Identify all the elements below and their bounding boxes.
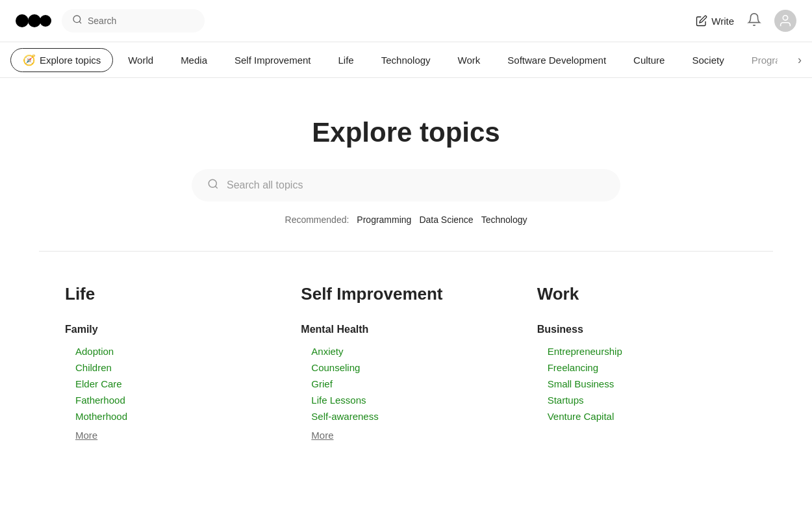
topic-motherhood[interactable]: Motherhood <box>65 408 275 424</box>
topic-fatherhood[interactable]: Fatherhood <box>65 392 275 408</box>
nav-life[interactable]: Life <box>326 49 366 72</box>
avatar[interactable] <box>774 10 796 32</box>
svg-line-7 <box>215 186 217 188</box>
life-more-link[interactable]: More <box>65 424 97 443</box>
write-button[interactable]: Write <box>696 15 734 27</box>
nav-programming[interactable]: Programming <box>739 49 778 72</box>
topics-grid: Life Family Adoption Children Elder Care… <box>0 252 812 489</box>
topic-adoption[interactable]: Adoption <box>65 343 275 359</box>
header: Write <box>0 0 812 42</box>
life-column: Life Family Adoption Children Elder Care… <box>52 284 288 456</box>
self-improvement-more-link[interactable]: More <box>301 424 333 443</box>
topic-search-input[interactable] <box>227 179 605 191</box>
hero-section: Explore topics Recommended: Programming … <box>0 78 812 251</box>
nav-self-improvement[interactable]: Self Improvement <box>222 49 324 72</box>
topic-entrepreneurship[interactable]: Entrepreneurship <box>537 343 747 359</box>
mental-health-heading: Mental Health <box>301 324 511 335</box>
svg-point-1 <box>28 14 41 27</box>
business-heading: Business <box>537 324 747 335</box>
svg-point-2 <box>40 15 51 27</box>
edit-icon <box>696 15 707 27</box>
topic-counseling[interactable]: Counseling <box>301 359 511 376</box>
recommended-technology[interactable]: Technology <box>481 214 527 225</box>
work-heading: Work <box>537 284 747 304</box>
topic-grief[interactable]: Grief <box>301 376 511 392</box>
work-column: Work Business Entrepreneurship Freelanci… <box>524 284 760 456</box>
topic-elder-care[interactable]: Elder Care <box>65 376 275 392</box>
family-heading: Family <box>65 324 275 335</box>
topic-children[interactable]: Children <box>65 359 275 376</box>
nav-scroll-right-icon[interactable]: › <box>798 53 802 67</box>
page-title: Explore topics <box>312 117 500 148</box>
nav-world[interactable]: World <box>116 49 166 72</box>
nav-technology[interactable]: Technology <box>369 49 443 72</box>
recommended-label: Recommended: <box>285 214 349 225</box>
topic-venture-capital[interactable]: Venture Capital <box>537 408 747 424</box>
write-label: Write <box>711 16 734 27</box>
nav-explore-topics-label: Explore topics <box>40 55 101 66</box>
business-subcategory: Business Entrepreneurship Freelancing Sm… <box>537 324 747 424</box>
topic-freelancing[interactable]: Freelancing <box>537 359 747 376</box>
nav-culture[interactable]: Culture <box>621 49 677 72</box>
search-icon <box>72 14 82 27</box>
self-improvement-heading: Self Improvement <box>301 284 511 304</box>
svg-point-0 <box>16 14 29 27</box>
nav-explore-topics[interactable]: 🧭 Explore topics <box>10 48 113 72</box>
header-right: Write <box>696 10 796 32</box>
header-search-box[interactable] <box>62 9 205 32</box>
self-improvement-column: Self Improvement Mental Health Anxiety C… <box>288 284 524 456</box>
svg-point-3 <box>73 16 81 23</box>
svg-point-5 <box>783 16 787 20</box>
nav-software-development[interactable]: Software Development <box>495 49 618 72</box>
nav-work[interactable]: Work <box>446 49 493 72</box>
topic-anxiety[interactable]: Anxiety <box>301 343 511 359</box>
topics-nav: 🧭 Explore topics World Media Self Improv… <box>0 42 812 78</box>
notifications-icon[interactable] <box>747 12 761 30</box>
topic-self-awareness[interactable]: Self-awareness <box>301 408 511 424</box>
recommended-section: Recommended: Programming Data Science Te… <box>285 214 527 225</box>
recommended-data-science[interactable]: Data Science <box>419 214 473 225</box>
mental-health-subcategory: Mental Health Anxiety Counseling Grief L… <box>301 324 511 443</box>
nav-society[interactable]: Society <box>679 49 736 72</box>
recommended-programming[interactable]: Programming <box>357 214 411 225</box>
nav-media[interactable]: Media <box>168 49 220 72</box>
svg-point-6 <box>209 179 216 187</box>
topic-startups[interactable]: Startups <box>537 392 747 408</box>
logo[interactable] <box>16 12 51 30</box>
svg-line-4 <box>79 21 81 23</box>
compass-icon: 🧭 <box>23 54 36 66</box>
life-heading: Life <box>65 284 275 304</box>
topic-search-icon <box>207 178 219 192</box>
topic-small-business[interactable]: Small Business <box>537 376 747 392</box>
topic-search-box[interactable] <box>192 169 620 202</box>
topic-life-lessons[interactable]: Life Lessons <box>301 392 511 408</box>
family-subcategory: Family Adoption Children Elder Care Fath… <box>65 324 275 443</box>
header-search-input[interactable] <box>88 16 194 26</box>
